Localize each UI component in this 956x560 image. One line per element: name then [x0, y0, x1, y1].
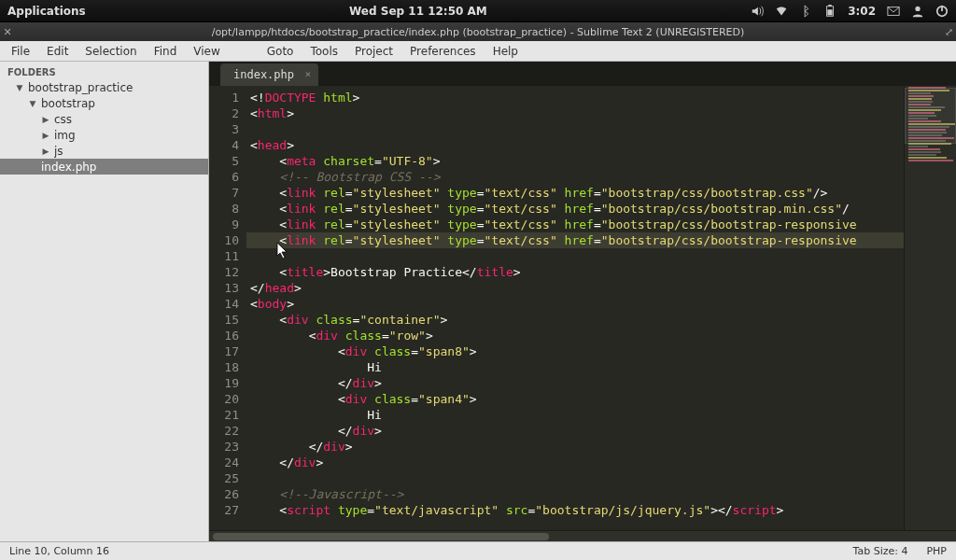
- tab-close-icon[interactable]: ×: [304, 68, 311, 80]
- system-top-bar: Applications Wed Sep 11 12:50 AM 3:02: [0, 0, 956, 22]
- maximize-icon[interactable]: ⤢: [941, 26, 956, 38]
- folder-label: css: [54, 113, 203, 126]
- menu-view[interactable]: View: [186, 43, 227, 60]
- svg-rect-1: [828, 5, 832, 7]
- horizontal-scrollbar[interactable]: [209, 530, 956, 541]
- menu-help[interactable]: Help: [485, 43, 526, 60]
- close-icon[interactable]: ✕: [0, 26, 15, 38]
- menu-goto[interactable]: Goto: [260, 43, 302, 60]
- minimap-viewport[interactable]: [905, 88, 956, 144]
- folder-label: img: [54, 129, 203, 142]
- svg-rect-2: [828, 9, 833, 15]
- disclosure-right-icon[interactable]: ▶: [41, 131, 50, 140]
- tab-label: index.php: [233, 68, 294, 81]
- power-icon[interactable]: [935, 5, 949, 18]
- status-tab-size[interactable]: Tab Size: 4: [853, 545, 908, 557]
- status-language[interactable]: PHP: [926, 545, 947, 557]
- svg-rect-6: [941, 5, 943, 10]
- svg-point-4: [915, 6, 920, 10]
- user-icon[interactable]: [911, 5, 924, 18]
- disclosure-down-icon[interactable]: ▼: [28, 99, 37, 108]
- tab-index-php[interactable]: index.php ×: [220, 63, 318, 86]
- menu-file[interactable]: File: [4, 43, 37, 60]
- disclosure-right-icon[interactable]: ▶: [41, 115, 50, 124]
- bluetooth-icon[interactable]: [799, 5, 812, 18]
- menu-find[interactable]: Find: [147, 43, 185, 60]
- battery-icon[interactable]: [823, 5, 836, 18]
- menu-project[interactable]: Project: [347, 43, 401, 60]
- window-titlebar[interactable]: ✕ /opt/lampp/htdocs/bootstrap_practice/i…: [0, 22, 956, 41]
- editor-area: index.php × 1234567891011121314151617181…: [209, 62, 956, 541]
- sublime-window: ✕ /opt/lampp/htdocs/bootstrap_practice/i…: [0, 22, 956, 560]
- sidebar: FOLDERS ▼ bootstrap_practice ▼ bootstrap…: [0, 62, 209, 541]
- menu-edit[interactable]: Edit: [39, 43, 76, 60]
- disclosure-right-icon[interactable]: ▶: [41, 147, 50, 156]
- app-menubar: File Edit Selection Find View Goto Tools…: [0, 41, 956, 62]
- scrollbar-thumb[interactable]: [213, 533, 549, 540]
- tab-strip: index.php ×: [209, 62, 956, 86]
- mail-icon[interactable]: [887, 5, 900, 18]
- applications-menu[interactable]: Applications: [7, 5, 86, 18]
- folder-css[interactable]: ▶ css: [0, 111, 208, 127]
- folder-label: bootstrap: [41, 97, 203, 110]
- menu-tools[interactable]: Tools: [302, 43, 345, 60]
- disclosure-down-icon[interactable]: ▼: [15, 83, 24, 92]
- file-index-php[interactable]: index.php: [0, 159, 208, 175]
- window-title: /opt/lampp/htdocs/bootstrap_practice/ind…: [15, 26, 941, 38]
- folder-img[interactable]: ▶ img: [0, 127, 208, 143]
- status-bar: Line 10, Column 16 Tab Size: 4 PHP: [0, 541, 956, 560]
- system-clock-right: 3:02: [848, 5, 876, 18]
- folder-js[interactable]: ▶ js: [0, 143, 208, 159]
- folder-bootstrap[interactable]: ▼ bootstrap: [0, 95, 208, 111]
- status-cursor-position[interactable]: Line 10, Column 16: [9, 545, 109, 557]
- folder-label: bootstrap_practice: [28, 81, 203, 94]
- folder-label: js: [54, 145, 203, 158]
- menu-preferences[interactable]: Preferences: [402, 43, 484, 60]
- wifi-icon[interactable]: [775, 5, 788, 18]
- sidebar-header: FOLDERS: [0, 65, 208, 79]
- folder-root[interactable]: ▼ bootstrap_practice: [0, 79, 208, 95]
- minimap[interactable]: [904, 86, 956, 530]
- code-view[interactable]: <!DOCTYPE html><html> <head> <meta chars…: [246, 86, 904, 530]
- menu-selection[interactable]: Selection: [77, 43, 144, 60]
- volume-icon[interactable]: [751, 5, 764, 18]
- menu-gap: [230, 49, 258, 53]
- system-clock-center: Wed Sep 11 12:50 AM: [86, 5, 751, 18]
- file-label: index.php: [41, 161, 203, 174]
- gutter: 1234567891011121314151617181920212223242…: [209, 86, 246, 530]
